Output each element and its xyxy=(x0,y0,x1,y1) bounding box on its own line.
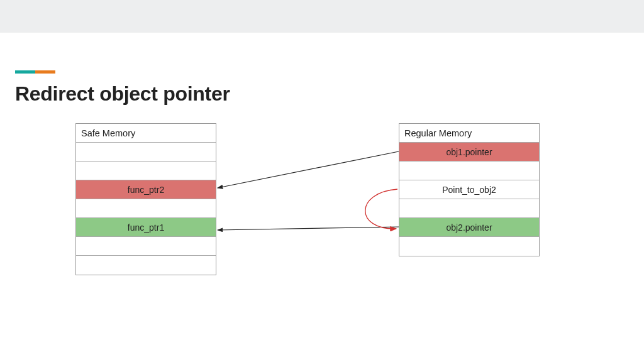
accent-teal xyxy=(15,70,35,74)
arrow-point-to-obj2-redirect xyxy=(365,189,397,229)
table-row xyxy=(399,162,539,180)
table-header: Safe Memory xyxy=(76,124,216,143)
arrow-obj2-to-funcptr1 xyxy=(218,227,399,230)
regular-memory-table: Regular Memory obj1.pointer Point_to_obj… xyxy=(399,123,540,256)
page-title: Redirect object pointer xyxy=(15,82,629,106)
table-row xyxy=(76,199,216,218)
table-header: Regular Memory xyxy=(399,124,539,143)
table-row-func-ptr2: func_ptr2 xyxy=(76,180,216,199)
content-area: Redirect object pointer Safe Memory func… xyxy=(0,70,644,337)
table-row-func-ptr1: func_ptr1 xyxy=(76,218,216,237)
table-row xyxy=(399,237,539,256)
accent-line xyxy=(15,70,629,74)
safe-memory-table: Safe Memory func_ptr2 func_ptr1 xyxy=(75,123,216,275)
arrow-obj1-to-funcptr2 xyxy=(218,151,399,188)
table-row xyxy=(399,199,539,218)
table-row xyxy=(76,162,216,180)
table-row-obj2-pointer: obj2.pointer xyxy=(399,218,539,237)
table-row xyxy=(76,237,216,256)
table-row-obj1-pointer: obj1.pointer xyxy=(399,143,539,162)
top-bar xyxy=(0,0,644,33)
table-row xyxy=(76,256,216,275)
table-row xyxy=(76,143,216,162)
diagram-area: Safe Memory func_ptr2 func_ptr1 Regular … xyxy=(15,123,629,337)
accent-orange xyxy=(35,70,55,74)
table-row-point-to-obj2: Point_to_obj2 xyxy=(399,180,539,199)
